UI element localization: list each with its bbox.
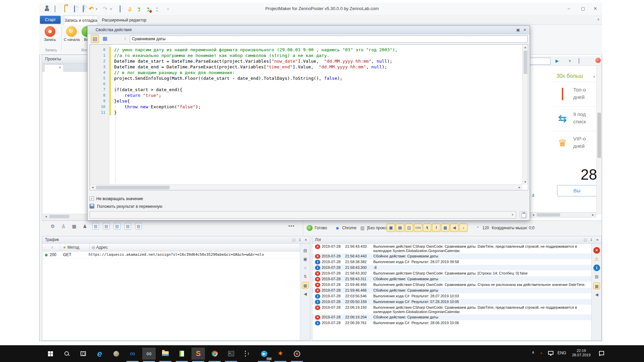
view-code-button[interactable]: ▤ — [91, 35, 99, 43]
tab-start[interactable]: Старт — [40, 16, 61, 24]
code-line[interactable]: 8 return "true"; — [90, 93, 528, 98]
taskbar-edge-icon[interactable]: e — [93, 348, 106, 360]
promo-action-button[interactable]: Вы — [557, 185, 597, 196]
log-row[interactable]: ✕2019-07-2821:59:46.456Выполнение действ… — [312, 282, 592, 288]
editor-hscrollbar[interactable]: ◄ ► — [90, 184, 522, 190]
promo-item[interactable]: ♛VIP-одней — [552, 131, 596, 155]
taskbar-updater-icon[interactable]: ↑ — [241, 348, 254, 360]
response-icon[interactable]: ▤ — [302, 247, 309, 254]
taskbar-sublime-icon[interactable]: S — [192, 348, 205, 360]
tray-expand-icon[interactable]: ∧ — [532, 350, 535, 355]
scroll-down-icon[interactable]: ▼ — [523, 179, 528, 185]
panel-maximize-icon[interactable]: ▢ — [291, 237, 297, 243]
log-row[interactable]: ✕2019-07-2822:06:19.204Сбойное действие:… — [312, 314, 592, 320]
scroll-right-icon[interactable]: ► — [590, 213, 596, 217]
action-center-button[interactable] — [599, 351, 604, 355]
taskbar-projectmaker-icon[interactable]: ∞ — [142, 348, 156, 360]
clipboard-icon[interactable]: ▣ — [302, 256, 309, 262]
screenshot-icon[interactable]: ▦ — [71, 223, 77, 230]
emotion-button[interactable] — [595, 58, 601, 64]
layout-icon-4[interactable]: ▤ — [124, 223, 131, 230]
tab-record-debug[interactable]: Запись и отладка — [64, 16, 98, 25]
promo-item[interactable]: Топ-одней — [552, 82, 596, 106]
scroll-thumb[interactable] — [96, 186, 170, 189]
log-row[interactable]: ✕2019-07-2821:58:43.302Выполнение действ… — [312, 270, 592, 276]
code-line[interactable]: 2DateTime date_start = DateTime.ParseExa… — [90, 58, 528, 64]
code-line[interactable]: 6 — [90, 81, 528, 87]
taskbar-notepad-icon[interactable] — [175, 348, 189, 360]
scroll-up-icon[interactable]: ▲ — [523, 45, 528, 50]
code-line[interactable]: 3DateTime date_end = DateTime.ParseExact… — [90, 64, 528, 70]
log-row[interactable]: i2019-07-2822:06:39.761Выполнение кода C… — [312, 320, 592, 326]
settings-icon[interactable]: ⚙ — [49, 223, 56, 230]
project-tab-olx[interactable]: ✕ — [44, 64, 64, 72]
breakpoint-button[interactable] — [112, 35, 120, 43]
flash-toggle[interactable]: f — [432, 224, 440, 232]
code-line[interactable]: 5project.SendInfoToLog(Math.Floor((date_… — [90, 75, 528, 81]
tray-clock[interactable]: 22:19 28.07.2019 — [570, 349, 593, 357]
promo-item[interactable]: ⇆9 подсписк — [552, 106, 596, 130]
scroll-thumb[interactable] — [524, 51, 527, 74]
log-row[interactable]: ✕2019-07-2822:06:19.193Выполнение действ… — [312, 305, 592, 314]
taskbar-chrome-icon[interactable] — [208, 348, 221, 360]
taskbar-zennoposter-icon[interactable]: ∞ — [126, 348, 139, 360]
tab-close-icon[interactable]: ✕ — [59, 66, 61, 69]
close-button[interactable]: ✕ — [591, 5, 600, 12]
go-button[interactable]: ▶ — [554, 58, 560, 64]
step-into-button[interactable]: ↓ — [121, 35, 129, 43]
scroll-thumb[interactable] — [597, 113, 601, 158]
panel-pin-icon[interactable]: ↧ — [297, 237, 303, 243]
maximize-button[interactable]: ▢ — [579, 5, 587, 12]
minimize-button[interactable]: – — [565, 5, 573, 12]
no-return-checkbox[interactable]: ✓ — [90, 196, 94, 201]
log-row[interactable]: i2019-07-2821:58:43.300-8 — [312, 265, 592, 270]
browser-hscrollbar[interactable]: ◄ ► — [530, 212, 596, 218]
code-line[interactable]: 4// в лог выводим разницу в днях для пон… — [90, 70, 528, 75]
code-editor[interactable]: 0// умно парсим дату из нашей переменной… — [90, 44, 528, 190]
network-tray-icon[interactable] — [548, 351, 553, 355]
dialog-close-icon[interactable]: ✕ — [522, 27, 528, 33]
popups-toggle[interactable]: ▤ — [396, 224, 404, 232]
taskbar-search-icon[interactable] — [60, 348, 73, 360]
language-indicator[interactable]: ENG — [557, 351, 566, 355]
taskbar-gimp-icon[interactable] — [109, 348, 123, 360]
action-name-input[interactable]: Сравниваем даты — [130, 36, 528, 43]
taskbar-app-orange-icon[interactable]: ✶ — [274, 348, 287, 360]
taskbar-task-view-icon[interactable] — [76, 348, 90, 360]
more-tools-button[interactable]: ••• — [288, 224, 295, 228]
log-row[interactable]: ✕2019-07-2821:58:43.311Сбойное действие:… — [312, 276, 592, 282]
edit-code-button[interactable]: ▦ — [101, 35, 109, 43]
proxy-label[interactable]: [Без прокси] — [367, 226, 390, 230]
browser-emulation-toggle[interactable]: ▥ — [441, 224, 449, 232]
filter-log-icon[interactable]: ▦ — [593, 283, 600, 289]
warnings-filter-icon[interactable]: ⚠ — [593, 256, 600, 262]
column-method[interactable]: ★ Метод — [61, 244, 90, 251]
log-row[interactable]: i2019-07-2822:03:56.546Выполнение кода C… — [312, 293, 592, 299]
dialog-restore-icon[interactable]: ▣ — [515, 27, 521, 33]
log-row[interactable]: ✕2019-07-2821:59:46.466Сбойное действие:… — [312, 288, 592, 293]
taskbar-cmd-icon[interactable]: >_ — [224, 348, 238, 360]
layout-icon-1[interactable]: ▤ — [92, 223, 99, 230]
media-toggle[interactable]: ♪ — [459, 224, 468, 232]
css-toggle[interactable]: CSS — [414, 224, 422, 232]
from-start-button[interactable] — [66, 26, 77, 37]
panel-pin-icon[interactable]: ↧ — [589, 237, 594, 243]
code-line[interactable]: 0// умно парсим дату из нашей переменной… — [90, 47, 528, 53]
browser-vscrollbar[interactable] — [596, 66, 602, 215]
panel-close-icon[interactable]: ✕ — [595, 237, 600, 243]
errors-filter-icon[interactable]: ✕ — [593, 247, 600, 254]
record-button[interactable] — [45, 26, 55, 37]
scroll-right-icon[interactable]: ► — [517, 185, 522, 190]
taskbar-recorder-icon[interactable] — [290, 348, 304, 360]
tab-advanced-editor[interactable]: Расширенный редактор — [101, 16, 148, 25]
code-line[interactable]: 7if(date_start > date_end){ — [90, 87, 528, 93]
notify-traffic-icon[interactable]: ◀ — [302, 291, 309, 297]
sound-toggle[interactable]: ◀ — [450, 224, 459, 232]
code-line[interactable]: 10 throw new Exception("false"); — [90, 104, 528, 110]
notify-log-icon[interactable]: ◀ — [593, 291, 600, 298]
sort-icon[interactable]: ⇅ — [302, 273, 309, 280]
scroll-left-icon[interactable]: ◄ — [90, 185, 95, 190]
taskbar-telegram-icon[interactable]: 722 — [257, 348, 271, 360]
page-source-button[interactable] — [576, 58, 582, 64]
search-traffic-icon[interactable]: ○ — [302, 264, 309, 271]
